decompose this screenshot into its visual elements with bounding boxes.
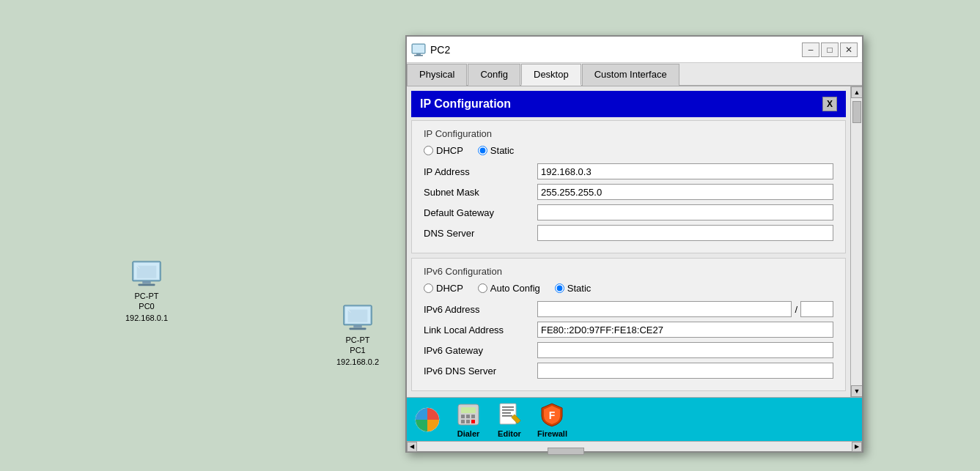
svg-rect-24 (471, 420, 475, 423)
ipv6-dns-input[interactable] (537, 363, 833, 379)
svg-rect-20 (466, 415, 470, 418)
ipv6-dns-label: IPv6 DNS Server (424, 366, 537, 377)
ipv6-static-label: Static (567, 283, 592, 294)
main-panel: IP Configuration X IP Configuration DHCP (407, 86, 850, 397)
ip-config-close-button[interactable]: X (822, 97, 837, 111)
dhcp-radio-label[interactable]: DHCP (424, 145, 463, 156)
link-local-row: Link Local Address (424, 322, 833, 338)
scrollbar-thumb[interactable] (852, 101, 861, 123)
static-radio[interactable] (478, 146, 487, 155)
tab-config[interactable]: Config (468, 64, 520, 86)
svg-rect-10 (348, 310, 368, 322)
dns-server-input[interactable] (537, 225, 833, 241)
link-local-input[interactable] (537, 322, 833, 338)
scroll-left-button[interactable]: ◀ (407, 442, 417, 452)
pc0-name-label: PC0 (139, 301, 154, 311)
hscroll-thumb[interactable] (548, 448, 584, 455)
toolbar-item-editor[interactable]: Editor (496, 401, 523, 438)
svg-rect-14 (416, 53, 421, 55)
maximize-button[interactable]: □ (821, 42, 839, 57)
scrollbar-track[interactable] (851, 98, 862, 385)
pie-chart-icon (414, 407, 441, 433)
ipv6-separator: / (792, 304, 800, 315)
ipv4-section-title: IP Configuration (424, 128, 833, 139)
pc1-type-label: PC-PT (346, 335, 370, 345)
pc1-name-label: PC1 (350, 345, 365, 355)
svg-rect-19 (461, 415, 465, 418)
ipv6-static-radio-label[interactable]: Static (555, 283, 592, 294)
ipv6-auto-radio-label[interactable]: Auto Config (478, 283, 540, 294)
dialer-icon (455, 401, 482, 428)
svg-rect-3 (139, 283, 155, 286)
link-local-label: Link Local Address (424, 324, 537, 335)
subnet-mask-input[interactable] (537, 184, 833, 200)
svg-rect-23 (466, 420, 470, 423)
minimize-button[interactable]: – (802, 42, 819, 57)
ipv4-mode-radio-group: DHCP Static (424, 145, 833, 156)
ipv6-dhcp-label: DHCP (436, 283, 463, 294)
ipv6-static-radio[interactable] (555, 283, 564, 293)
ipv6-section: IPv6 Configuration DHCP Auto Config (411, 258, 846, 391)
dns-server-row: DNS Server (424, 225, 833, 241)
scroll-right-button[interactable]: ▶ (852, 442, 862, 452)
svg-rect-2 (142, 281, 150, 284)
pc-icon-pc1[interactable]: PC-PT PC1 192.168.0.2 (328, 304, 387, 366)
ipv6-gateway-input[interactable] (537, 342, 833, 358)
svg-rect-29 (502, 415, 512, 417)
ipv6-auto-radio[interactable] (478, 283, 487, 293)
horizontal-scrollbar[interactable]: ◀ ▶ (407, 441, 862, 451)
ip-config-title: IP Configuration (420, 97, 511, 111)
ip-address-label: IP Address (424, 166, 537, 177)
pc2-window: PC2 – □ ✕ Physical Config Desktop Custom… (405, 35, 863, 453)
ipv6-address-label: IPv6 Address (424, 304, 537, 315)
ipv6-section-title: IPv6 Configuration (424, 266, 833, 277)
desktop: PC-PT PC0 192.168.0.1 PC-PT PC1 192.168.… (0, 0, 980, 471)
editor-icon (496, 401, 523, 428)
ip-config-panel: IP Configuration X IP Configuration DHCP (407, 86, 850, 397)
svg-rect-4 (137, 266, 157, 278)
svg-rect-13 (413, 45, 424, 53)
dialer-label: Dialer (457, 429, 480, 438)
ipv6-mode-radio-group: DHCP Auto Config Static (424, 283, 833, 294)
ipv6-dhcp-radio-label[interactable]: DHCP (424, 283, 463, 294)
scroll-up-button[interactable]: ▲ (851, 86, 862, 98)
static-label: Static (490, 145, 515, 156)
dns-server-label: DNS Server (424, 228, 537, 239)
default-gateway-row: Default Gateway (424, 204, 833, 220)
ipv6-auto-label: Auto Config (490, 283, 540, 294)
dhcp-radio[interactable] (424, 146, 433, 155)
ipv6-address-input[interactable] (537, 301, 792, 317)
computer-icon-pc1 (340, 304, 375, 333)
ip-address-input[interactable] (537, 163, 833, 179)
computer-icon-pc0 (129, 260, 164, 289)
ipv6-gateway-label: IPv6 Gateway (424, 345, 537, 356)
default-gateway-input[interactable] (537, 204, 833, 220)
bottom-toolbar: Dialer Editor F (407, 397, 862, 441)
pc0-ip-label: 192.168.0.1 (125, 314, 168, 322)
pc0-type-label: PC-PT (135, 291, 159, 301)
svg-rect-21 (471, 415, 475, 418)
ipv6-address-row: IPv6 Address / (424, 301, 833, 317)
ipv6-gateway-row: IPv6 Gateway (424, 342, 833, 358)
window-content: IP Configuration X IP Configuration DHCP (407, 86, 862, 397)
svg-rect-9 (350, 327, 366, 330)
tab-physical[interactable]: Physical (407, 64, 467, 86)
title-bar: PC2 – □ ✕ (407, 37, 862, 63)
window-close-button[interactable]: ✕ (840, 42, 858, 57)
scroll-down-button[interactable]: ▼ (851, 385, 862, 397)
vertical-scrollbar[interactable]: ▲ ▼ (850, 86, 862, 397)
toolbar-item-chart[interactable] (414, 407, 441, 433)
toolbar-item-firewall[interactable]: F Firewall (537, 401, 567, 438)
ipv6-address-input-row: / (537, 301, 833, 317)
ipv6-dhcp-radio[interactable] (424, 283, 433, 293)
svg-rect-27 (502, 409, 514, 411)
tab-custom-interface[interactable]: Custom Interface (582, 64, 679, 86)
subnet-mask-label: Subnet Mask (424, 187, 537, 198)
ipv6-prefix-input[interactable] (800, 301, 833, 317)
toolbar-item-dialer[interactable]: Dialer (455, 401, 482, 438)
static-radio-label[interactable]: Static (478, 145, 515, 156)
svg-rect-8 (353, 325, 361, 328)
pc-icon-pc0[interactable]: PC-PT PC0 192.168.0.1 (117, 260, 176, 322)
firewall-icon: F (539, 401, 565, 428)
tab-desktop[interactable]: Desktop (521, 64, 581, 86)
